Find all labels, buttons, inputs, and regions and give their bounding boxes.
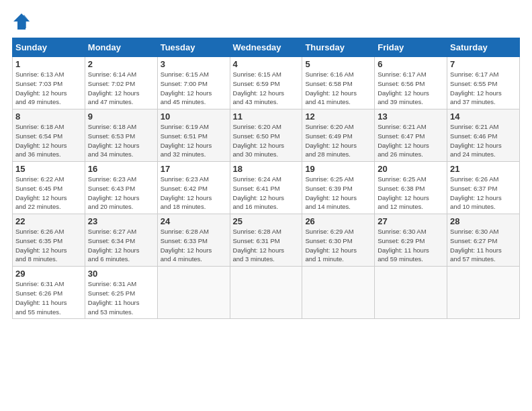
logo-icon bbox=[12, 12, 31, 31]
day-number: 7 bbox=[450, 59, 517, 69]
day-number: 20 bbox=[378, 164, 444, 174]
day-number: 9 bbox=[88, 111, 154, 122]
header bbox=[12, 12, 520, 31]
calendar-day-12: 12Sunrise: 6:20 AM Sunset: 6:49 PM Dayli… bbox=[302, 109, 375, 162]
weekday-header-friday: Friday bbox=[375, 38, 447, 57]
day-number: 23 bbox=[88, 216, 154, 226]
calendar-day-23: 23Sunrise: 6:27 AM Sunset: 6:34 PM Dayli… bbox=[85, 214, 157, 267]
calendar-day-7: 7Sunrise: 6:17 AM Sunset: 6:55 PM Daylig… bbox=[447, 57, 520, 109]
calendar-day-3: 3Sunrise: 6:15 AM Sunset: 7:00 PM Daylig… bbox=[157, 57, 230, 109]
calendar-day-17: 17Sunrise: 6:23 AM Sunset: 6:42 PM Dayli… bbox=[157, 162, 230, 214]
day-number: 5 bbox=[305, 59, 371, 69]
day-info: Sunrise: 6:24 AM Sunset: 6:41 PM Dayligh… bbox=[233, 175, 300, 212]
calendar-day-30: 30Sunrise: 6:31 AM Sunset: 6:25 PM Dayli… bbox=[85, 267, 157, 319]
weekday-header-saturday: Saturday bbox=[447, 38, 520, 57]
day-number: 14 bbox=[450, 111, 517, 122]
day-info: Sunrise: 6:14 AM Sunset: 7:02 PM Dayligh… bbox=[88, 70, 154, 107]
calendar: SundayMondayTuesdayWednesdayThursdayFrid… bbox=[12, 38, 520, 319]
day-info: Sunrise: 6:21 AM Sunset: 6:46 PM Dayligh… bbox=[450, 122, 517, 159]
day-number: 4 bbox=[233, 59, 300, 69]
day-number: 3 bbox=[161, 59, 227, 69]
page: SundayMondayTuesdayWednesdayThursdayFrid… bbox=[0, 0, 532, 326]
calendar-day-2: 2Sunrise: 6:14 AM Sunset: 7:02 PM Daylig… bbox=[85, 57, 157, 109]
calendar-day-13: 13Sunrise: 6:21 AM Sunset: 6:47 PM Dayli… bbox=[375, 109, 447, 162]
day-number: 10 bbox=[161, 111, 227, 122]
day-info: Sunrise: 6:18 AM Sunset: 6:53 PM Dayligh… bbox=[88, 122, 154, 159]
calendar-day-10: 10Sunrise: 6:19 AM Sunset: 6:51 PM Dayli… bbox=[157, 109, 230, 162]
day-number: 8 bbox=[15, 111, 82, 122]
day-number: 30 bbox=[88, 269, 154, 279]
day-number: 25 bbox=[233, 216, 300, 226]
calendar-day-15: 15Sunrise: 6:22 AM Sunset: 6:45 PM Dayli… bbox=[13, 162, 85, 214]
calendar-day-6: 6Sunrise: 6:17 AM Sunset: 6:56 PM Daylig… bbox=[375, 57, 447, 109]
calendar-day-16: 16Sunrise: 6:23 AM Sunset: 6:43 PM Dayli… bbox=[85, 162, 157, 214]
calendar-day-28: 28Sunrise: 6:30 AM Sunset: 6:27 PM Dayli… bbox=[447, 214, 520, 267]
day-info: Sunrise: 6:31 AM Sunset: 6:25 PM Dayligh… bbox=[88, 279, 154, 316]
day-number: 18 bbox=[233, 164, 300, 174]
day-number: 1 bbox=[15, 59, 82, 69]
calendar-day-8: 8Sunrise: 6:18 AM Sunset: 6:54 PM Daylig… bbox=[13, 109, 85, 162]
day-number: 17 bbox=[161, 164, 227, 174]
calendar-day-5: 5Sunrise: 6:16 AM Sunset: 6:58 PM Daylig… bbox=[302, 57, 375, 109]
day-info: Sunrise: 6:26 AM Sunset: 6:35 PM Dayligh… bbox=[15, 227, 82, 264]
calendar-day-25: 25Sunrise: 6:28 AM Sunset: 6:31 PM Dayli… bbox=[230, 214, 302, 267]
day-number: 2 bbox=[88, 59, 154, 69]
calendar-day-14: 14Sunrise: 6:21 AM Sunset: 6:46 PM Dayli… bbox=[447, 109, 520, 162]
weekday-header-tuesday: Tuesday bbox=[157, 38, 230, 57]
day-info: Sunrise: 6:17 AM Sunset: 6:55 PM Dayligh… bbox=[450, 70, 517, 107]
calendar-week-3: 15Sunrise: 6:22 AM Sunset: 6:45 PM Dayli… bbox=[13, 162, 520, 214]
day-number: 21 bbox=[450, 164, 517, 174]
calendar-week-4: 22Sunrise: 6:26 AM Sunset: 6:35 PM Dayli… bbox=[13, 214, 520, 267]
day-number: 12 bbox=[305, 111, 371, 122]
empty-cell bbox=[447, 267, 520, 319]
day-info: Sunrise: 6:23 AM Sunset: 6:43 PM Dayligh… bbox=[88, 175, 154, 212]
day-info: Sunrise: 6:22 AM Sunset: 6:45 PM Dayligh… bbox=[15, 175, 82, 212]
day-info: Sunrise: 6:31 AM Sunset: 6:26 PM Dayligh… bbox=[15, 279, 82, 316]
day-number: 16 bbox=[88, 164, 154, 174]
calendar-day-20: 20Sunrise: 6:25 AM Sunset: 6:38 PM Dayli… bbox=[375, 162, 447, 214]
calendar-day-11: 11Sunrise: 6:20 AM Sunset: 6:50 PM Dayli… bbox=[230, 109, 302, 162]
day-info: Sunrise: 6:15 AM Sunset: 7:00 PM Dayligh… bbox=[161, 70, 227, 107]
empty-cell bbox=[375, 267, 447, 319]
day-info: Sunrise: 6:21 AM Sunset: 6:47 PM Dayligh… bbox=[378, 122, 444, 159]
day-info: Sunrise: 6:20 AM Sunset: 6:50 PM Dayligh… bbox=[233, 122, 300, 159]
logo bbox=[12, 12, 34, 31]
day-number: 22 bbox=[15, 216, 82, 226]
day-info: Sunrise: 6:19 AM Sunset: 6:51 PM Dayligh… bbox=[161, 122, 227, 159]
weekday-header-wednesday: Wednesday bbox=[230, 38, 302, 57]
calendar-day-29: 29Sunrise: 6:31 AM Sunset: 6:26 PM Dayli… bbox=[13, 267, 85, 319]
day-info: Sunrise: 6:30 AM Sunset: 6:27 PM Dayligh… bbox=[450, 227, 517, 264]
day-number: 13 bbox=[378, 111, 444, 122]
day-number: 11 bbox=[233, 111, 300, 122]
day-info: Sunrise: 6:27 AM Sunset: 6:34 PM Dayligh… bbox=[88, 227, 154, 264]
calendar-week-2: 8Sunrise: 6:18 AM Sunset: 6:54 PM Daylig… bbox=[13, 109, 520, 162]
calendar-day-21: 21Sunrise: 6:26 AM Sunset: 6:37 PM Dayli… bbox=[447, 162, 520, 214]
weekday-header-monday: Monday bbox=[85, 38, 157, 57]
day-info: Sunrise: 6:13 AM Sunset: 7:03 PM Dayligh… bbox=[15, 70, 82, 107]
day-info: Sunrise: 6:29 AM Sunset: 6:30 PM Dayligh… bbox=[305, 227, 371, 264]
calendar-day-1: 1Sunrise: 6:13 AM Sunset: 7:03 PM Daylig… bbox=[13, 57, 85, 109]
calendar-day-27: 27Sunrise: 6:30 AM Sunset: 6:29 PM Dayli… bbox=[375, 214, 447, 267]
calendar-day-22: 22Sunrise: 6:26 AM Sunset: 6:35 PM Dayli… bbox=[13, 214, 85, 267]
day-info: Sunrise: 6:25 AM Sunset: 6:38 PM Dayligh… bbox=[378, 175, 444, 212]
day-number: 15 bbox=[15, 164, 82, 174]
day-number: 24 bbox=[161, 216, 227, 226]
day-info: Sunrise: 6:23 AM Sunset: 6:42 PM Dayligh… bbox=[161, 175, 227, 212]
calendar-header-row: SundayMondayTuesdayWednesdayThursdayFrid… bbox=[13, 38, 520, 57]
day-number: 19 bbox=[305, 164, 371, 174]
calendar-week-1: 1Sunrise: 6:13 AM Sunset: 7:03 PM Daylig… bbox=[13, 57, 520, 109]
day-info: Sunrise: 6:20 AM Sunset: 6:49 PM Dayligh… bbox=[305, 122, 371, 159]
weekday-header-thursday: Thursday bbox=[302, 38, 375, 57]
calendar-week-5: 29Sunrise: 6:31 AM Sunset: 6:26 PM Dayli… bbox=[13, 267, 520, 319]
day-info: Sunrise: 6:28 AM Sunset: 6:31 PM Dayligh… bbox=[233, 227, 300, 264]
day-info: Sunrise: 6:18 AM Sunset: 6:54 PM Dayligh… bbox=[15, 122, 82, 159]
day-info: Sunrise: 6:28 AM Sunset: 6:33 PM Dayligh… bbox=[161, 227, 227, 264]
day-number: 29 bbox=[15, 269, 82, 279]
calendar-day-24: 24Sunrise: 6:28 AM Sunset: 6:33 PM Dayli… bbox=[157, 214, 230, 267]
weekday-header-sunday: Sunday bbox=[13, 38, 85, 57]
calendar-day-4: 4Sunrise: 6:15 AM Sunset: 6:59 PM Daylig… bbox=[230, 57, 302, 109]
calendar-day-19: 19Sunrise: 6:25 AM Sunset: 6:39 PM Dayli… bbox=[302, 162, 375, 214]
day-number: 28 bbox=[450, 216, 517, 226]
calendar-day-9: 9Sunrise: 6:18 AM Sunset: 6:53 PM Daylig… bbox=[85, 109, 157, 162]
day-info: Sunrise: 6:25 AM Sunset: 6:39 PM Dayligh… bbox=[305, 175, 371, 212]
